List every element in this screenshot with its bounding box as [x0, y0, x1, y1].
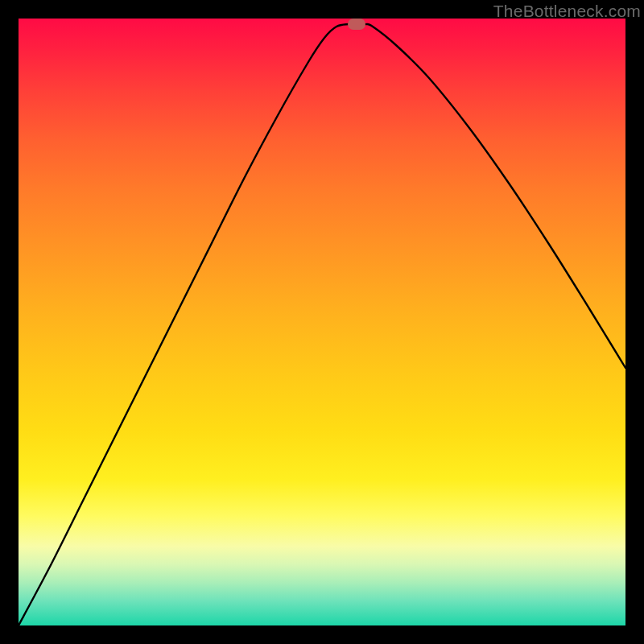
bottleneck-curve: [19, 19, 625, 625]
plot-area: [19, 19, 625, 625]
minimum-marker: [348, 19, 365, 30]
chart-frame: [19, 19, 625, 625]
watermark-text: TheBottleneck.com: [493, 2, 641, 21]
